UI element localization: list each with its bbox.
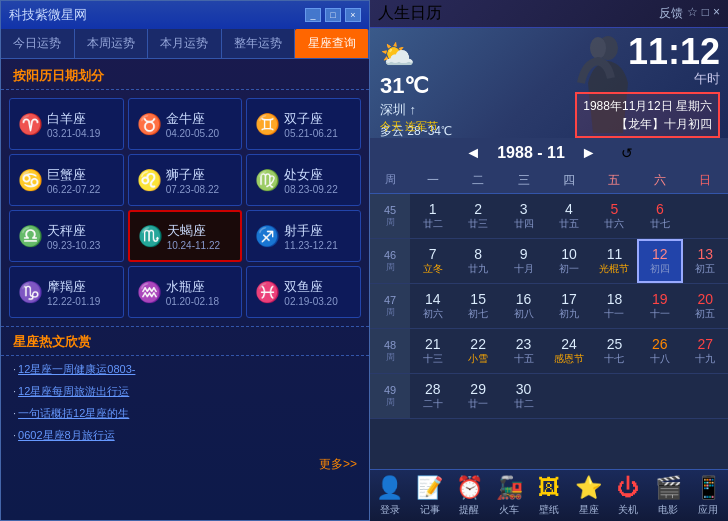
zodiac-cell-处女座[interactable]: ♍ 处女座 08.23-09.22 <box>246 154 361 206</box>
link-item-1[interactable]: ·12星座每周旅游出行运 <box>13 384 357 399</box>
calendar-day[interactable]: 5 廿六 <box>592 194 637 238</box>
toolbar-label: 提醒 <box>459 503 479 517</box>
calendar-day[interactable]: 20 初五 <box>683 284 728 328</box>
zodiac-cell-白羊座[interactable]: ♈ 白羊座 03.21-04.19 <box>9 98 124 150</box>
nav-tab-星座查询[interactable]: 星座查询 <box>295 29 369 58</box>
toolbar-icon-星座: ⭐ <box>575 475 602 501</box>
link-item-2[interactable]: ·一句话概括12星座的生 <box>13 406 357 421</box>
link-item-3[interactable]: ·0602星座8月旅行运 <box>13 428 357 443</box>
calendar-day[interactable]: 27 十九 <box>683 329 728 373</box>
close-right-btn[interactable]: × <box>713 5 720 22</box>
zodiac-cell-狮子座[interactable]: ♌ 狮子座 07.23-08.22 <box>128 154 243 206</box>
minimize-btn[interactable]: _ <box>305 8 321 22</box>
lunar-day: 十月 <box>514 262 534 276</box>
zodiac-cell-射手座[interactable]: ♐ 射手座 11.23-12.21 <box>246 210 361 262</box>
calendar-day[interactable]: 14 初六 <box>410 284 455 328</box>
zodiac-cell-摩羯座[interactable]: ♑ 摩羯座 12.22-01.19 <box>9 266 124 318</box>
calendar-day[interactable]: 23 十五 <box>501 329 546 373</box>
calendar-day[interactable]: 11 光棍节 <box>592 239 637 283</box>
zodiac-symbol: ♌ <box>137 168 162 192</box>
calendar-day[interactable]: 10 初一 <box>546 239 591 283</box>
solar-day: 13 <box>697 246 713 262</box>
toolbar-btn-登录[interactable]: 👤 登录 <box>372 475 408 517</box>
calendar-day[interactable]: 19 十一 <box>637 284 682 328</box>
toolbar-btn-提醒[interactable]: ⏰ 提醒 <box>451 475 487 517</box>
toolbar-btn-关机[interactable]: ⏻ 关机 <box>610 475 646 517</box>
bullet-icon: · <box>13 407 16 419</box>
nav-tab-整年运势[interactable]: 整年运势 <box>222 29 296 58</box>
solar-day: 10 <box>561 246 577 262</box>
solar-day: 28 <box>425 381 441 397</box>
calendar-day[interactable]: 29 廿一 <box>455 374 500 418</box>
calendar-day[interactable]: 1 廿二 <box>410 194 455 238</box>
link-item-0[interactable]: ·12星座一周健康运0803- <box>13 362 357 377</box>
calendar-day[interactable]: 15 初七 <box>455 284 500 328</box>
zodiac-cell-巨蟹座[interactable]: ♋ 巨蟹座 06.22-07.22 <box>9 154 124 206</box>
zodiac-cell-水瓶座[interactable]: ♒ 水瓶座 01.20-02.18 <box>128 266 243 318</box>
calendar-day[interactable]: 6 廿七 <box>637 194 682 238</box>
lunar-day: 初六 <box>423 307 443 321</box>
toolbar-btn-电影[interactable]: 🎬 电影 <box>650 475 686 517</box>
nav-tab-本周运势[interactable]: 本周运势 <box>75 29 149 58</box>
calendar-day[interactable]: 21 十三 <box>410 329 455 373</box>
maximize-btn[interactable]: □ <box>325 8 341 22</box>
more-link[interactable]: 更多>> <box>1 452 369 479</box>
toolbar-btn-应用[interactable]: 📱 应用 <box>690 475 726 517</box>
calendar-day[interactable]: 22 小雪 <box>455 329 500 373</box>
link-text[interactable]: 一句话概括12星座的生 <box>18 407 129 419</box>
link-text[interactable]: 12星座每周旅游出行运 <box>18 385 129 397</box>
prev-month-btn[interactable]: ◄ <box>465 144 481 162</box>
calendar-day[interactable]: 13 初五 <box>683 239 728 283</box>
calendar-day[interactable]: 25 十七 <box>592 329 637 373</box>
calendar-day[interactable]: 4 廿五 <box>546 194 591 238</box>
zodiac-cell-双鱼座[interactable]: ♓ 双鱼座 02.19-03.20 <box>246 266 361 318</box>
nav-tab-今日运势[interactable]: 今日运势 <box>1 29 75 58</box>
calendar-day[interactable]: 16 初八 <box>501 284 546 328</box>
calendar-body: 45周 1 廿二 2 廿三 3 廿四 4 廿五 5 廿六 6 廿七 46周 7 … <box>370 194 728 419</box>
solar-day: 23 <box>516 336 532 352</box>
calendar-day[interactable]: 12 初四 <box>637 239 682 283</box>
solar-day: 5 <box>611 201 619 217</box>
refresh-btn[interactable]: ↺ <box>621 145 633 161</box>
calendar-day[interactable]: 9 十月 <box>501 239 546 283</box>
star-btn[interactable]: ☆ <box>687 5 698 22</box>
calendar-day[interactable]: 2 廿三 <box>455 194 500 238</box>
toolbar-btn-星座[interactable]: ⭐ 星座 <box>571 475 607 517</box>
tue-header: 二 <box>455 168 500 193</box>
calendar-day[interactable]: 28 二十 <box>410 374 455 418</box>
link-text[interactable]: 12星座一周健康运0803- <box>18 363 135 375</box>
zodiac-info: 天秤座 09.23-10.23 <box>47 222 100 251</box>
week-col-header: 周 <box>370 168 410 193</box>
calendar-day[interactable]: 26 十八 <box>637 329 682 373</box>
zodiac-cell-天秤座[interactable]: ♎ 天秤座 09.23-10.23 <box>9 210 124 262</box>
zodiac-cell-天蝎座[interactable]: ♏ 天蝎座 10.24-11.22 <box>128 210 243 262</box>
lunar-day: 光棍节 <box>599 262 629 276</box>
solar-day: 6 <box>656 201 664 217</box>
toolbar-btn-记事[interactable]: 📝 记事 <box>412 475 448 517</box>
solar-day: 1 <box>429 201 437 217</box>
link-text[interactable]: 0602星座8月旅行运 <box>18 429 115 441</box>
feedback-btn[interactable]: 反馈 <box>659 5 683 22</box>
zodiac-cell-双子座[interactable]: ♊ 双子座 05.21-06.21 <box>246 98 361 150</box>
toolbar-icon-电影: 🎬 <box>655 475 682 501</box>
close-btn[interactable]: × <box>345 8 361 22</box>
calendar-day[interactable]: 24 感恩节 <box>546 329 591 373</box>
calendar-day[interactable]: 30 廿二 <box>501 374 546 418</box>
solar-day: 7 <box>429 246 437 262</box>
calendar-day[interactable]: 3 廿四 <box>501 194 546 238</box>
more-label[interactable]: 更多>> <box>319 457 357 471</box>
nav-tab-本月运势[interactable]: 本月运势 <box>148 29 222 58</box>
lunar-day: 廿五 <box>559 217 579 231</box>
calendar-day[interactable]: 18 十一 <box>592 284 637 328</box>
calendar-day[interactable]: 7 立冬 <box>410 239 455 283</box>
calendar-day[interactable]: 17 初九 <box>546 284 591 328</box>
maximize-right-btn[interactable]: □ <box>702 5 709 22</box>
lunar-day: 感恩节 <box>554 352 584 366</box>
week-lbl: 周 <box>386 396 395 409</box>
zodiac-cell-金牛座[interactable]: ♉ 金牛座 04.20-05.20 <box>128 98 243 150</box>
toolbar-btn-壁纸[interactable]: 🖼 壁纸 <box>531 475 567 517</box>
toolbar-btn-火车[interactable]: 🚂 火车 <box>491 475 527 517</box>
lunar-day: 廿六 <box>604 217 624 231</box>
calendar-day[interactable]: 8 廿九 <box>455 239 500 283</box>
next-month-btn[interactable]: ► <box>581 144 597 162</box>
